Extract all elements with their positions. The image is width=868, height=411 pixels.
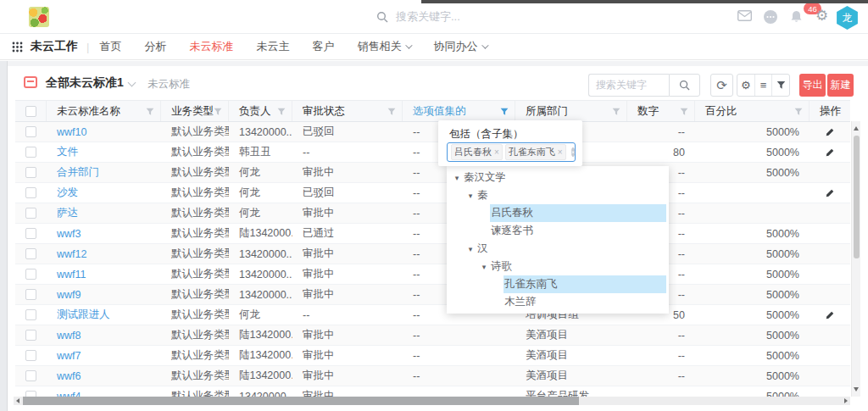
column-config-button[interactable]: ≡: [755, 75, 773, 96]
row-checkbox[interactable]: [25, 370, 36, 381]
tab-首页[interactable]: 首页: [99, 39, 121, 54]
row-checkbox[interactable]: [25, 167, 36, 178]
tree-expand-icon[interactable]: ▾: [478, 263, 490, 271]
edit-pencil-icon[interactable]: [825, 188, 835, 198]
filter-funnel-icon[interactable]: [794, 108, 803, 116]
tree-item-label[interactable]: 孔雀东南飞: [504, 275, 666, 293]
cell-name[interactable]: 合并部门: [47, 163, 161, 182]
app-grid-icon[interactable]: [12, 42, 23, 53]
row-checkbox[interactable]: [25, 126, 36, 137]
remove-tag-icon[interactable]: ×: [494, 148, 499, 157]
scroll-down-icon[interactable]: [854, 387, 859, 392]
chat-icon[interactable]: [763, 9, 778, 25]
filter-funnel-icon[interactable]: [680, 108, 688, 116]
row-checkbox[interactable]: [25, 187, 36, 198]
bell-icon[interactable]: [790, 10, 803, 24]
tab-销售相关[interactable]: 销售相关: [357, 39, 410, 54]
edit-pencil-icon[interactable]: [825, 127, 835, 137]
company-logo[interactable]: [29, 7, 49, 27]
filter-funnel-icon[interactable]: [277, 108, 286, 116]
tab-未云标准[interactable]: 未云标准: [189, 39, 233, 54]
tree-item-秦汉文学[interactable]: ▾秦汉文学: [447, 169, 669, 186]
row-checkbox[interactable]: [25, 228, 36, 239]
scroll-left-icon[interactable]: [16, 398, 19, 403]
filter-funnel-icon[interactable]: [387, 108, 396, 116]
filter-tag-input[interactable]: 吕氏春秋×孔雀东南飞××: [447, 142, 576, 162]
filter-funnel-icon[interactable]: [146, 108, 154, 116]
global-search[interactable]: 搜索关键字...: [376, 0, 460, 34]
settings-button[interactable]: ⚙: [737, 75, 755, 96]
cell-name[interactable]: 沙发: [47, 183, 161, 203]
cell-name[interactable]: wwf6: [47, 366, 161, 386]
row-checkbox[interactable]: [25, 147, 36, 158]
filter-funnel-icon[interactable]: [612, 108, 620, 116]
tab-客户[interactable]: 客户: [312, 39, 334, 54]
row-checkbox[interactable]: [25, 208, 36, 219]
tree-item-孔雀东南飞[interactable]: 孔雀东南飞: [447, 275, 669, 293]
gear-icon[interactable]: ⚙: [815, 8, 828, 23]
scroll-up-icon[interactable]: [854, 126, 859, 131]
mail-icon[interactable]: [737, 10, 752, 21]
tree-item-诗歌[interactable]: ▾诗歌: [447, 258, 669, 275]
tree-item-label[interactable]: 谏逐客书: [490, 222, 666, 240]
tree-expand-icon[interactable]: ▾: [465, 245, 476, 253]
row-checkbox[interactable]: [25, 289, 36, 300]
tree-item-秦[interactable]: ▾秦: [447, 186, 669, 204]
tree-item-label[interactable]: 吕氏春秋: [490, 204, 666, 222]
row-checkbox[interactable]: [25, 309, 36, 320]
avatar[interactable]: 龙: [836, 6, 859, 30]
tree-expand-icon[interactable]: ▾: [465, 192, 476, 200]
tab-分析[interactable]: 分析: [144, 39, 166, 54]
horizontal-scrollbar[interactable]: [14, 397, 850, 405]
vertical-scroll-thumb[interactable]: [854, 136, 860, 258]
select-all-checkbox[interactable]: [25, 106, 36, 117]
tree-item-label[interactable]: 木兰辞: [504, 293, 666, 311]
export-button[interactable]: 导出: [799, 74, 826, 97]
edit-pencil-icon[interactable]: [825, 310, 835, 320]
row-checkbox[interactable]: [25, 248, 36, 259]
vertical-scrollbar[interactable]: [851, 121, 860, 397]
tree-item-吕氏春秋[interactable]: 吕氏春秋: [447, 204, 669, 222]
cell-status: 审批中: [292, 325, 403, 345]
filter-button[interactable]: [772, 75, 789, 96]
view-title[interactable]: 全部未云标准1: [46, 75, 124, 91]
list-search-input[interactable]: 搜索关键字: [588, 74, 669, 97]
view-title-chevron-icon[interactable]: [128, 79, 136, 87]
cell-name[interactable]: wwf7: [47, 346, 161, 365]
horizontal-scroll-thumb[interactable]: [23, 397, 579, 405]
tree-item-汉[interactable]: ▾汉: [447, 240, 669, 258]
filter-funnel-icon[interactable]: [500, 108, 509, 116]
clear-input-icon[interactable]: ×: [571, 147, 576, 157]
scroll-right-icon[interactable]: [844, 398, 848, 403]
tab-协同办公[interactable]: 协同办公: [433, 39, 487, 54]
filter-funnel-icon[interactable]: [214, 108, 222, 116]
tree-item-木兰辞[interactable]: 木兰辞: [447, 293, 669, 311]
tree-item-label[interactable]: 诗歌: [490, 258, 666, 275]
cell-name[interactable]: wwf8: [47, 325, 161, 345]
view-type-icon[interactable]: [24, 76, 37, 88]
refresh-button[interactable]: ⟳: [710, 74, 733, 97]
cell-name[interactable]: wwf3: [47, 224, 161, 243]
remove-tag-icon[interactable]: ×: [558, 148, 563, 157]
tree-item-label[interactable]: 秦: [476, 186, 666, 204]
row-checkbox[interactable]: [25, 330, 36, 341]
cell-name[interactable]: wwf10: [47, 122, 161, 142]
tree-item-label[interactable]: 汉: [476, 240, 666, 258]
cell-name[interactable]: 文件: [47, 142, 161, 162]
cell-name[interactable]: wwf11: [47, 264, 161, 284]
cell-name[interactable]: wwf4: [47, 386, 161, 397]
create-button[interactable]: 新建: [827, 74, 854, 97]
edit-pencil-icon[interactable]: [825, 147, 835, 158]
row-checkbox[interactable]: [25, 269, 36, 280]
cell-name[interactable]: wwf12: [47, 244, 161, 264]
row-checkbox[interactable]: [25, 350, 36, 361]
tree-expand-icon[interactable]: ▾: [451, 174, 463, 182]
tab-未云主[interactable]: 未云主: [256, 39, 289, 54]
row-checkbox[interactable]: [25, 391, 36, 397]
tree-item-谏逐客书[interactable]: 谏逐客书: [447, 222, 669, 240]
cell-name[interactable]: 萨达: [47, 203, 161, 223]
tree-item-label[interactable]: 秦汉文学: [463, 169, 666, 186]
cell-name[interactable]: wwf9: [47, 285, 161, 304]
cell-name[interactable]: 测试跟进人: [47, 305, 161, 325]
list-search-button[interactable]: [669, 74, 700, 97]
